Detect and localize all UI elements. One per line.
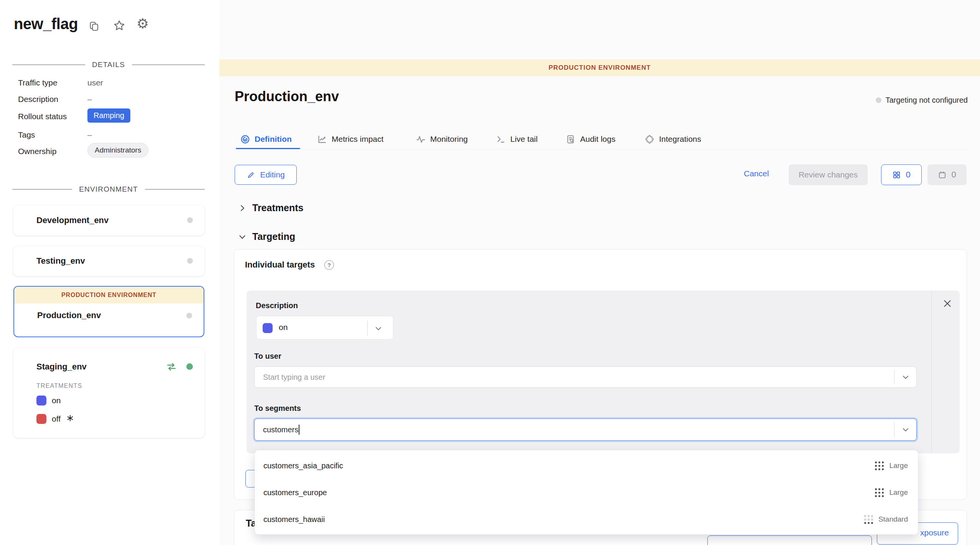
- env-name: Production_env: [37, 310, 101, 320]
- to-segments-value: customers: [263, 425, 298, 434]
- bottom-left-button-partial[interactable]: [707, 535, 872, 545]
- tab-live-tail[interactable]: Live tail: [496, 133, 538, 146]
- env-name: Development_env: [36, 215, 109, 225]
- definition-icon: [240, 134, 250, 144]
- chevron-down-icon: [374, 324, 383, 335]
- active-tab-underline: [236, 148, 300, 149]
- env-card-testing[interactable]: Testing_env: [13, 246, 204, 276]
- treatment-on-swatch: [36, 396, 46, 405]
- tab-label: Definition: [255, 135, 292, 144]
- editing-button[interactable]: Editing: [235, 165, 297, 185]
- rollout-status-badge: Ramping: [87, 108, 130, 123]
- traffic-type-value: user: [87, 78, 103, 87]
- segment-size-standard-icon: [864, 515, 873, 524]
- targeting-section-header[interactable]: Targeting: [238, 231, 295, 242]
- segments-dropdown: customers_asia_pacific Large customers_e…: [255, 450, 918, 535]
- env-card-production[interactable]: PRODUCTION ENVIRONMENT Production_env: [13, 286, 204, 337]
- to-segments-input-wrap: customers: [254, 419, 917, 441]
- close-icon[interactable]: [941, 297, 954, 310]
- review-changes-button[interactable]: Review changes: [789, 164, 868, 185]
- individual-target-rule-card: Description on To user To segments custo…: [247, 291, 960, 453]
- star-icon[interactable]: [113, 19, 126, 34]
- segment-size-large-icon: [875, 461, 884, 470]
- treatments-section-title: Treatments: [252, 202, 303, 213]
- segment-name: customers_asia_pacific: [263, 461, 343, 470]
- targeting-section-title: Targeting: [252, 231, 295, 242]
- segment-option[interactable]: customers_hawaii Standard: [255, 506, 918, 533]
- changes-count-button[interactable]: 0: [881, 164, 922, 185]
- environment-heading: ENVIRONMENT: [79, 185, 138, 194]
- segment-option[interactable]: customers_europe Large: [255, 479, 918, 506]
- segment-size-large-icon: [875, 488, 884, 497]
- env-card-staging[interactable]: Staging_env TREATMENTS on off: [13, 348, 204, 438]
- tab-label: Audit logs: [580, 135, 615, 144]
- traffic-type-label: Traffic type: [18, 78, 58, 87]
- flag-title: new_flag: [14, 15, 78, 33]
- rule-card-divider: [931, 291, 932, 453]
- to-user-label: To user: [254, 352, 281, 361]
- text-cursor: [299, 425, 299, 435]
- live-tail-icon: [496, 134, 506, 144]
- chevron-right-icon: [238, 204, 247, 213]
- env-status-dot: [187, 217, 193, 223]
- help-icon[interactable]: ?: [324, 260, 334, 270]
- copy-icon[interactable]: [88, 20, 100, 34]
- tab-monitoring[interactable]: Monitoring: [416, 133, 468, 146]
- tab-metrics-impact[interactable]: Metrics impact: [317, 133, 383, 146]
- metrics-impact-icon: [317, 134, 327, 144]
- changes-count: 0: [906, 170, 910, 180]
- env-name: Testing_env: [36, 256, 85, 266]
- tab-integrations[interactable]: Integrations: [645, 133, 701, 146]
- segment-size-label: Standard: [878, 515, 908, 524]
- treatment-off-swatch: [36, 414, 46, 424]
- production-env-banner: PRODUCTION ENVIRONMENT: [14, 287, 204, 304]
- env-status-dot: [187, 258, 193, 264]
- monitoring-icon: [416, 134, 426, 144]
- tab-audit-logs[interactable]: Audit logs: [566, 133, 615, 146]
- to-user-input[interactable]: [263, 373, 876, 382]
- to-segments-label: To segments: [254, 404, 301, 413]
- to-segments-input[interactable]: customers: [263, 425, 299, 435]
- individual-targets-heading: Individual targets: [245, 260, 315, 270]
- cancel-link[interactable]: Cancel: [744, 169, 769, 178]
- default-treatment-asterisk-icon: [66, 414, 74, 424]
- editing-label: Editing: [260, 170, 284, 179]
- tab-label: Metrics impact: [332, 135, 383, 144]
- treatment-row-on: on: [36, 396, 61, 405]
- tabs-baseline: [235, 149, 968, 149]
- treatment-off-label: off: [52, 414, 61, 424]
- status-text: Targeting not configured: [885, 96, 968, 105]
- to-segments-dropdown-toggle[interactable]: [894, 422, 916, 437]
- env-status-dot: [186, 313, 192, 318]
- segment-name: customers_hawaii: [263, 515, 325, 524]
- env-card-development[interactable]: Development_env: [13, 205, 204, 235]
- treatments-label: TREATMENTS: [36, 382, 82, 389]
- segment-size-label: Large: [889, 461, 908, 470]
- calendar-icon: [938, 171, 947, 179]
- tab-definition[interactable]: Definition: [240, 133, 292, 146]
- description-field-label: Description: [256, 301, 298, 310]
- swap-arrows-icon: [166, 362, 177, 373]
- integrations-icon: [645, 134, 655, 144]
- gear-icon[interactable]: ⚙: [136, 17, 149, 31]
- segment-option[interactable]: customers_asia_pacific Large: [255, 452, 918, 479]
- segment-name: customers_europe: [263, 488, 327, 497]
- tab-label: Integrations: [659, 135, 701, 144]
- grid-icon: [892, 171, 901, 179]
- targeting-status: Targeting not configured: [876, 96, 968, 105]
- details-divider: DETAILS: [12, 61, 205, 69]
- tab-label: Monitoring: [430, 135, 468, 144]
- to-user-input-wrap: [254, 366, 917, 388]
- scheduled-count-button[interactable]: 0: [927, 164, 967, 185]
- environment-divider: ENVIRONMENT: [12, 185, 205, 194]
- chevron-down-icon: [238, 232, 247, 241]
- sidebar: new_flag ⚙ DETAILS Traffic type user Des…: [0, 0, 219, 545]
- exposure-button-label-fragment: xposure: [920, 528, 949, 537]
- details-heading: DETAILS: [92, 61, 125, 69]
- treatments-section-header[interactable]: Treatments: [238, 202, 303, 213]
- to-user-dropdown-toggle[interactable]: [894, 370, 916, 384]
- status-dot: [876, 97, 881, 103]
- treatment-select[interactable]: on: [256, 316, 393, 340]
- description-label: Description: [18, 95, 58, 104]
- pencil-icon: [247, 171, 255, 179]
